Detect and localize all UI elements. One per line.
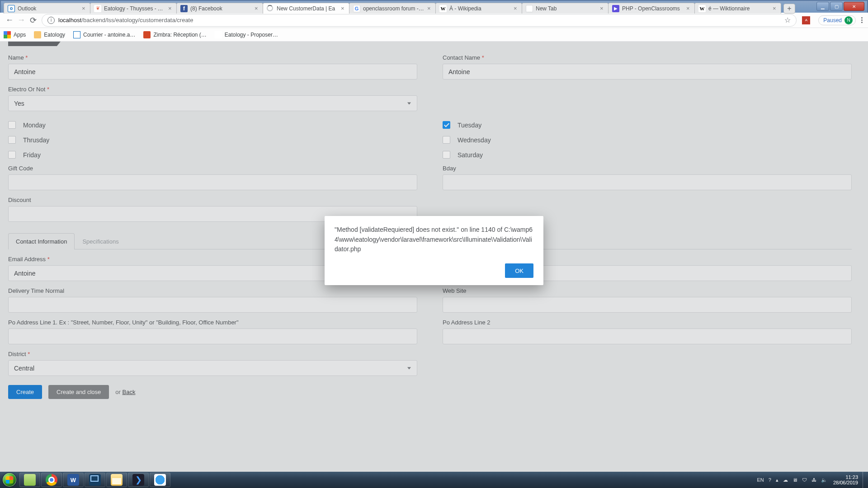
taskbar-vscode[interactable] xyxy=(128,473,149,487)
tab-close-icon[interactable]: × xyxy=(341,5,346,12)
chrome-menu-button[interactable] xyxy=(859,17,864,23)
omnibox[interactable]: i localhost/backend/lss/eatology/custome… xyxy=(42,14,797,27)
tray-network-icon[interactable]: 🖧 xyxy=(811,477,816,483)
tab-close-icon[interactable]: × xyxy=(82,5,87,12)
gift-code-label: Gift Code xyxy=(8,165,417,172)
bookmark-item[interactable]: Eatology xyxy=(34,31,65,38)
pdf-extension-icon[interactable] xyxy=(802,16,810,24)
site-info-icon[interactable]: i xyxy=(47,17,55,24)
electro-select[interactable] xyxy=(8,95,417,111)
contact-name-input[interactable] xyxy=(443,64,852,80)
bookmark-star-icon[interactable]: ☆ xyxy=(784,16,791,24)
tab-close-icon[interactable]: × xyxy=(773,5,778,12)
bday-input[interactable] xyxy=(443,174,852,190)
taskbar-ie[interactable] xyxy=(150,473,170,487)
po-address-2-input[interactable] xyxy=(443,328,852,344)
browser-tab[interactable]: New CustomerData | Ea× xyxy=(263,3,349,14)
create-and-close-button[interactable]: Create and close xyxy=(48,385,109,399)
taskbar-notepadpp[interactable] xyxy=(19,473,40,487)
tray-action-center-icon[interactable]: 🛡 xyxy=(802,477,807,483)
po-address-1-label: Po Address Line 1. Ex : "Street, Number,… xyxy=(8,319,417,326)
browser-tab[interactable]: New Tab× xyxy=(522,3,609,14)
delivery-time-input[interactable] xyxy=(8,297,417,313)
tuesday-checkbox[interactable]: Tuesday xyxy=(443,121,852,129)
create-button[interactable]: Create xyxy=(8,385,42,399)
taskbar-word[interactable] xyxy=(63,473,84,487)
tab-title: é — Wiktionnaire xyxy=(708,5,771,12)
close-window-button[interactable]: ✕ xyxy=(844,2,864,11)
bookmark-item[interactable]: Courrier - antoine.a… xyxy=(73,31,135,38)
tray-clock[interactable]: 11:23 28/06/2019 xyxy=(833,474,858,485)
bookmark-item[interactable]: Eatology - Proposer… xyxy=(215,31,278,38)
or-back-text: or Back xyxy=(115,389,135,395)
electro-label: Electro Or Not xyxy=(8,86,417,93)
nav-back-button[interactable]: ← xyxy=(4,14,15,26)
tab-favicon xyxy=(526,5,533,12)
browser-tab[interactable]: openclassroom forum - …× xyxy=(349,3,436,14)
error-dialog: "Method [validateRequiered] does not exi… xyxy=(325,216,543,285)
po-address-1-input[interactable] xyxy=(8,328,417,344)
browser-tab[interactable]: PHP - OpenClassrooms× xyxy=(608,3,695,14)
tab-title: New Tab xyxy=(536,5,598,12)
taskbar-snipping[interactable] xyxy=(85,473,105,487)
tray-volume-icon[interactable]: 🔈 xyxy=(821,477,827,483)
browser-tab[interactable]: Outlook× xyxy=(4,3,90,14)
tab-close-icon[interactable]: × xyxy=(686,5,692,12)
ok-button[interactable]: OK xyxy=(505,263,533,278)
taskbar-explorer[interactable] xyxy=(106,473,127,487)
tab-specifications[interactable]: Specifications xyxy=(75,233,126,249)
tab-title: Eatology - Thuysses - A… xyxy=(104,5,166,12)
show-desktop-button[interactable] xyxy=(863,472,868,488)
wednesday-checkbox[interactable]: Wednesday xyxy=(443,136,852,144)
vscode-icon xyxy=(132,474,144,486)
tab-close-icon[interactable]: × xyxy=(168,5,174,12)
taskbar-chrome[interactable] xyxy=(41,473,62,487)
district-select[interactable] xyxy=(8,360,417,376)
saturday-checkbox[interactable]: Saturday xyxy=(443,151,852,159)
tray-show-hidden-icon[interactable]: ▴ xyxy=(776,477,778,483)
system-tray: EN ? ▴ ☁ 🖥 🛡 🖧 🔈 11:23 28/06/2019 xyxy=(755,472,868,488)
bookmark-item[interactable]: Apps xyxy=(4,31,26,38)
gift-code-input[interactable] xyxy=(8,174,417,190)
discount-label: Discount xyxy=(8,197,417,203)
bookmark-label: Eatology - Proposer… xyxy=(225,32,278,38)
browser-tab[interactable]: À - Wikipedia× xyxy=(435,3,522,14)
back-link[interactable]: Back xyxy=(122,389,135,395)
tray-app-icon-1[interactable]: 🖥 xyxy=(793,477,797,483)
tray-cloud-icon[interactable]: ☁ xyxy=(783,477,788,483)
breadcrumb-parent[interactable]: CustomerData xyxy=(8,42,62,46)
website-input[interactable] xyxy=(443,297,852,313)
new-tab-button[interactable]: + xyxy=(783,4,795,14)
browser-tab[interactable]: (8) Facebook× xyxy=(176,3,263,14)
nav-forward-button[interactable]: → xyxy=(15,14,27,26)
thursday-checkbox[interactable]: Thrusday xyxy=(8,136,417,144)
explorer-icon xyxy=(111,474,123,486)
monday-checkbox[interactable]: Monday xyxy=(8,121,417,129)
tab-close-icon[interactable]: × xyxy=(514,5,519,12)
tab-close-icon[interactable]: × xyxy=(600,5,605,12)
tab-contact-information[interactable]: Contact Information xyxy=(8,233,75,249)
tray-help-icon[interactable]: ? xyxy=(769,477,771,483)
profile-paused-chip[interactable]: Paused N xyxy=(818,15,856,25)
word-icon xyxy=(67,474,79,486)
start-button[interactable] xyxy=(0,472,19,488)
bookmark-label: Apps xyxy=(14,32,26,38)
bookmark-icon xyxy=(215,31,222,38)
tray-language[interactable]: EN xyxy=(757,477,764,483)
tab-close-icon[interactable]: × xyxy=(255,5,260,12)
browser-tab[interactable]: Eatology - Thuysses - A…× xyxy=(90,3,177,14)
bookmark-label: Courrier - antoine.a… xyxy=(83,32,135,38)
breadcrumb: CustomerData New CustomerData xyxy=(8,42,852,48)
tab-favicon xyxy=(8,5,15,12)
bookmark-item[interactable]: Zimbra: Réception (… xyxy=(143,31,206,38)
avatar: N xyxy=(844,16,853,24)
maximize-button[interactable]: ▢ xyxy=(830,2,843,11)
reload-button[interactable]: ⟳ xyxy=(27,14,39,26)
contact-name-label: Contact Name xyxy=(443,54,852,61)
tab-favicon xyxy=(612,5,619,12)
friday-checkbox[interactable]: Friday xyxy=(8,151,417,159)
browser-tab[interactable]: é — Wiktionnaire× xyxy=(694,3,781,14)
tab-title: PHP - OpenClassrooms xyxy=(622,5,684,12)
name-input[interactable] xyxy=(8,64,417,80)
tab-close-icon[interactable]: × xyxy=(427,5,433,12)
